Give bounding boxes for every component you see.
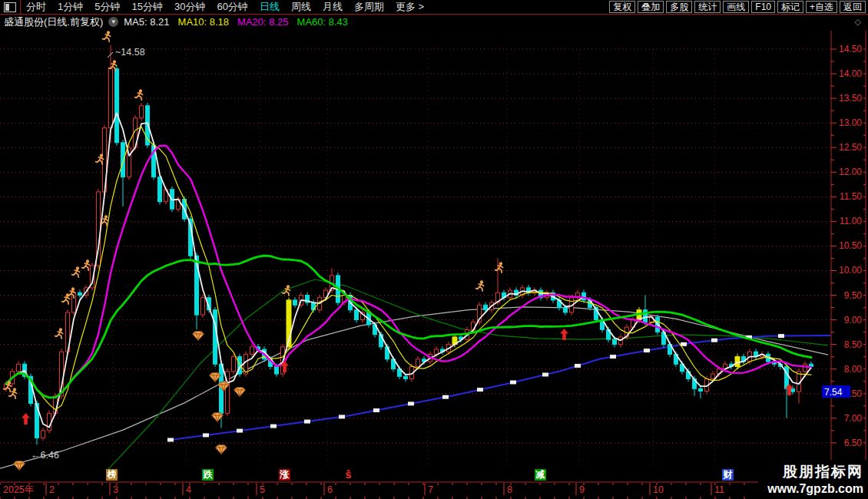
y-axis-label: 7.00 (844, 413, 863, 424)
x-axis-label: 5 (260, 484, 265, 495)
y-axis-label: 13.50 (839, 93, 862, 104)
x-axis-label: 4 (186, 484, 191, 495)
toolbar-button-1[interactable]: 叠加 (638, 1, 664, 13)
toolbar-separator (20, 0, 21, 14)
y-axis-label: 11.50 (840, 191, 862, 202)
y-axis-label: 12.00 (839, 167, 862, 177)
watermark: 股朋指标网 www.7gpzb.com (758, 460, 868, 499)
signal-tag-2: 涨 (279, 469, 290, 481)
period-tab-5[interactable]: 60分钟 (217, 0, 247, 14)
x-axis-label: 3 (113, 484, 118, 495)
toolbar-button-3[interactable]: 统计 (694, 1, 721, 13)
x-axis-label: 7 (428, 484, 433, 495)
toolbar-button-7[interactable]: +自选 (806, 1, 837, 13)
runner-icon (82, 259, 90, 270)
diamond-icon (193, 332, 204, 341)
period-tab-4[interactable]: 30分钟 (174, 0, 205, 14)
toolbar-button-6[interactable]: 标记 (777, 1, 803, 13)
runner-icon (495, 262, 503, 273)
signal-tag-0: 榜 (106, 469, 118, 481)
period-menu: 分时1分钟5分钟15分钟30分钟60分钟日线周线月线多周期更多 > (26, 0, 424, 14)
signal-tag-1: 跌 (202, 469, 214, 481)
period-tab-9[interactable]: 多周期 (354, 0, 384, 14)
toolbar-button-5[interactable]: F10 (751, 1, 775, 13)
diamond-icon (234, 388, 246, 397)
y-axis: 14.5014.0013.5013.0012.5012.0011.5011.00… (822, 31, 866, 482)
period-tab-8[interactable]: 月线 (323, 0, 343, 14)
signal-tag-5: 财 (722, 469, 734, 481)
x-axis-label: 2025年 (3, 484, 34, 495)
chart-grid (0, 49, 831, 468)
period-tab-2[interactable]: 5分钟 (94, 0, 120, 14)
y-axis-label: 9.50 (844, 290, 863, 301)
y-axis-label: 8.00 (844, 364, 863, 375)
ma-value-label-1: MA10: 8.18 (178, 16, 230, 28)
title-bar: 盛通股份(日线.前复权) ▼ MA5: 8.21MA10: 8.18MA20: … (0, 15, 868, 29)
low-price-annotation: ←6.46 (31, 450, 59, 461)
cost-line-blue (171, 335, 831, 440)
watermark-site-name: 股朋指标网 (767, 462, 863, 482)
period-tab-1[interactable]: 1分钟 (58, 0, 83, 14)
up-arrow-icon (560, 329, 568, 340)
period-tab-10[interactable]: 更多 > (396, 0, 424, 14)
x-axis-label: 11 (714, 484, 724, 495)
x-axis: 2025年234567891011 (0, 482, 868, 499)
period-tab-7[interactable]: 周线 (291, 0, 311, 14)
toolbar-button-2[interactable]: 多股 (666, 1, 692, 13)
period-tab-3[interactable]: 15分钟 (131, 0, 162, 14)
peak-price-annotation: ~14.58 (115, 47, 145, 58)
diamond-icon (216, 445, 227, 454)
chevron-down-icon[interactable]: ▼ (108, 17, 118, 27)
x-axis-label: 10 (653, 484, 664, 495)
y-axis-label: 12.50 (839, 142, 862, 153)
diamond-icon (14, 461, 25, 471)
x-axis-label: 8 (507, 484, 512, 495)
signal-tag-3: ŝ (343, 469, 354, 481)
ma-value-label-2: MA20: 8.25 (237, 16, 289, 28)
period-tab-0[interactable]: 分时 (26, 0, 46, 14)
ma-label-group: MA5: 8.21MA10: 8.18MA20: 8.25MA60: 8.43 (124, 16, 356, 28)
candlestick-chart[interactable]: ~14.58←6.4614.5014.0013.5013.0012.5012.0… (0, 0, 868, 499)
toolbar-button-8[interactable]: 返回 (840, 1, 866, 13)
toolbar-right-buttons: 复权叠加多股统计画线F10标记+自选返回 (609, 1, 866, 13)
y-axis-label: 10.50 (839, 240, 862, 251)
candles (5, 45, 813, 444)
y-axis-label: 10.00 (839, 265, 862, 276)
y-axis-label: 8.50 (844, 339, 863, 350)
y-axis-label: 14.00 (839, 68, 862, 79)
ma-line-MA20 (6, 146, 811, 398)
long-ma-gray (0, 307, 828, 468)
top-toolbar: 分时1分钟5分钟15分钟30分钟60分钟日线周线月线多周期更多 > 复权叠加多股… (0, 0, 868, 15)
chart-markers (4, 31, 793, 470)
x-axis-label: 6 (327, 484, 333, 495)
y-axis-label: 13.00 (839, 117, 862, 128)
toolbar-button-4[interactable]: 画线 (723, 1, 749, 13)
ma-value-label-0: MA5: 8.21 (124, 16, 169, 28)
period-tab-6[interactable]: 日线 (260, 0, 280, 14)
up-arrow-icon (22, 413, 30, 425)
price-badge-text: 7.54 (824, 387, 843, 398)
runner-icon (103, 31, 111, 41)
runner-icon (476, 280, 484, 291)
y-axis-label: 6.50 (844, 438, 863, 448)
x-axis-label: 2 (49, 484, 55, 495)
panel-toggle-icon[interactable] (4, 2, 16, 12)
signal-tag-4: 减 (535, 469, 546, 481)
y-axis-label: 9.00 (844, 315, 863, 326)
runner-icon (96, 154, 104, 164)
y-axis-label: 14.50 (839, 44, 862, 55)
x-axis-label: 9 (579, 484, 585, 495)
y-axis-label: 11.00 (840, 216, 862, 226)
panel-layout-icon[interactable]: ◇ (855, 17, 861, 27)
toolbar-button-0[interactable]: 复权 (609, 1, 635, 13)
stock-title[interactable]: 盛通股份(日线.前复权) (4, 15, 103, 29)
watermark-site-url: www.7gpzb.com (767, 482, 863, 496)
ma-value-label-3: MA60: 8.43 (297, 16, 349, 28)
runner-icon (72, 266, 80, 277)
runner-icon (55, 328, 63, 339)
